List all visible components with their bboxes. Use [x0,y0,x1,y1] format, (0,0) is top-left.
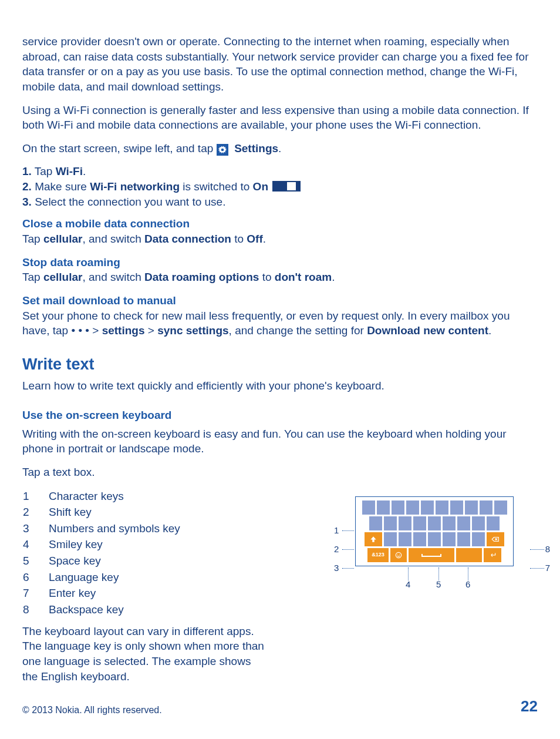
close-connection-section: Close a mobile data connection Tap cellu… [22,216,538,246]
smiley-key-icon [390,548,407,562]
close-body: Tap cellular, and switch Data connection… [22,231,538,247]
legend-row: 3Numbers and symbols key [22,520,181,537]
svg-point-0 [396,552,401,557]
step-1: 1. Tap Wi-Fi. [22,164,538,179]
steps-list: 1. Tap Wi-Fi. 2. Make sure Wi-Fi network… [22,164,538,209]
callout-6: 6 [465,579,470,590]
osk-intro: Writing with the on-screen keyboard is e… [22,426,538,456]
callout-1: 1 [334,525,339,536]
paragraph-intro-2: Using a Wi-Fi connection is generally fa… [22,103,538,133]
mail-heading: Set mail download to manual [22,293,538,308]
write-intro: Learn how to write text quickly and effi… [22,378,538,394]
svg-point-1 [397,554,398,555]
page-footer: © 2013 Nokia. All rights reserved. 22 [22,696,538,717]
enter-key-icon [484,548,501,562]
start-instruction: On the start screen, swipe left, and tap… [22,141,538,156]
callout-2: 2 [334,543,339,555]
legend-row: 7Enter key [22,585,181,602]
legend-row: 1Character keys [22,488,181,505]
keyboard-illustration: &123 [355,496,514,566]
osk-tap: Tap a text box. [22,465,538,480]
page-number: 22 [521,696,538,717]
legend-row: 6Language key [22,569,181,586]
stop-roaming-section: Stop data roaming Tap cellular, and swit… [22,255,538,285]
ellipsis-icon: • • • [71,324,92,337]
callout-4: 4 [406,579,410,590]
language-key [456,548,482,562]
write-text-heading: Write text [22,354,538,375]
key-legend-table: 1Character keys 2Shift key 3Numbers and … [22,488,181,618]
backspace-key-icon [487,532,504,546]
mail-section: Set mail download to manual Set your pho… [22,293,538,338]
mail-body: Set your phone to check for new mail les… [22,308,538,338]
shift-key-icon [365,532,382,546]
legend-row: 2Shift key [22,504,181,520]
settings-icon [217,144,228,156]
symbols-key: &123 [367,548,389,562]
legend-row: 8Backspace key [22,602,181,618]
callout-5: 5 [436,579,441,590]
osk-note: The keyboard layout can vary in differen… [22,624,269,684]
stop-heading: Stop data roaming [22,255,538,270]
svg-point-2 [399,554,400,555]
char-key [362,500,375,515]
text: On the start screen, swipe left, and tap [22,142,217,154]
close-heading: Close a mobile data connection [22,216,538,231]
step-3: 3. Select the connection you want to use… [22,194,538,210]
step-2: 2. Make sure Wi-Fi networking is switche… [22,179,538,194]
settings-label: Settings [231,142,278,154]
toggle-on-icon [272,181,297,192]
stop-body: Tap cellular, and switch Data roaming op… [22,270,538,285]
paragraph-intro-1: service provider doesn't own or operate.… [22,34,538,95]
osk-subhead: Use the on-screen keyboard [22,408,538,423]
copyright-text: © 2013 Nokia. All rights reserved. [22,704,162,717]
space-key-icon [409,548,454,562]
callout-3: 3 [334,562,339,574]
keyboard-diagram: 1 2 3 8 7 [335,496,529,566]
legend-row: 5Space key [22,553,181,569]
legend-row: 4Smiley key [22,536,181,553]
